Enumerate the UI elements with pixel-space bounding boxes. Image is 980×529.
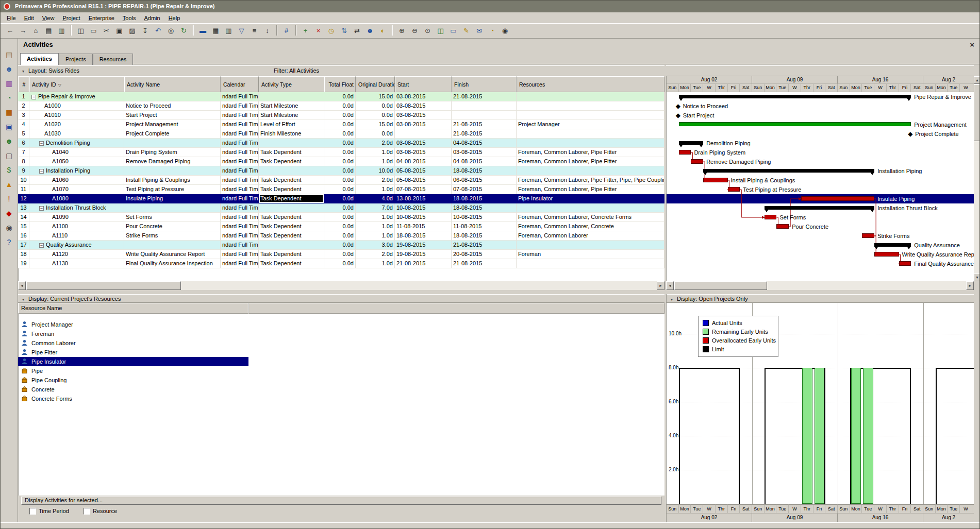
gantt-milestone-icon[interactable]: ◆: [676, 112, 680, 118]
timescale-day[interactable]: Fri: [899, 84, 911, 92]
table-row[interactable]: 3A1010Start Projectndard Full TimeStart …: [18, 111, 665, 120]
timescale-day[interactable]: W: [874, 84, 887, 92]
table-row[interactable]: 9−Installation Pipingndard Full Time0.0d…: [18, 166, 665, 176]
gantt-bar-task[interactable]: [691, 159, 703, 164]
timescale-day[interactable]: Sat: [911, 84, 923, 92]
resource-row[interactable]: Common Laborer: [18, 338, 665, 348]
forward-button[interactable]: →: [16, 25, 29, 37]
timescale-day[interactable]: Tue: [948, 84, 960, 92]
gantt-chart[interactable]: Aug 02Aug 09Aug 16Aug 2SunMonTueWThrFriS…: [666, 76, 974, 281]
timescale-week[interactable]: Aug 2: [923, 76, 974, 84]
menu-item-help[interactable]: Help: [164, 12, 185, 24]
timescale-day[interactable]: Tue: [862, 84, 874, 92]
gantt-bar-summary[interactable]: [765, 206, 874, 210]
collapse-icon[interactable]: −: [39, 206, 44, 211]
timescale-day[interactable]: Mon: [679, 84, 691, 92]
table-row[interactable]: 7A1040Drain Piping Systemndard Full Time…: [18, 148, 665, 157]
timescale-day[interactable]: Tue: [691, 84, 703, 92]
directory-button[interactable]: ▤: [42, 25, 55, 37]
scroll-thumb[interactable]: [674, 281, 767, 290]
menu-item-view[interactable]: View: [38, 12, 59, 24]
level-resources-button[interactable]: ⇅: [338, 25, 351, 37]
schedule-button[interactable]: ◷: [325, 25, 338, 37]
column-header-id[interactable]: Activity ID▽: [29, 76, 124, 92]
directory-wbs-button[interactable]: ▦: [3, 107, 15, 119]
menu-item-admin[interactable]: Admin: [140, 12, 164, 24]
tab-resources[interactable]: Resources: [93, 54, 134, 65]
timescale-day[interactable]: Sat: [825, 84, 838, 92]
resources-panel-header[interactable]: ▾ Display: Current Project's Resources: [18, 294, 665, 303]
directory-wps-docs-button[interactable]: ▢: [3, 150, 15, 162]
home-button[interactable]: ⌂: [29, 25, 42, 37]
directory-reports-button[interactable]: ▥: [3, 78, 15, 90]
timescale-day[interactable]: W: [960, 84, 972, 92]
resource-checkbox[interactable]: Resource: [84, 507, 117, 516]
tab-activities[interactable]: Activities: [20, 53, 59, 65]
link-activities-button[interactable]: ⇄: [351, 25, 363, 37]
time-period-checkbox[interactable]: Time Period: [29, 507, 69, 516]
comments-button[interactable]: ✉: [473, 25, 486, 37]
scroll-thumb[interactable]: [974, 84, 980, 141]
zoom-out-button[interactable]: ⊖: [408, 25, 421, 37]
delete-button[interactable]: ×: [312, 25, 325, 37]
zoom-in-button[interactable]: ⊕: [395, 25, 408, 37]
directory-expenses-button[interactable]: $: [3, 164, 15, 177]
menu-item-enterprise[interactable]: Enterprise: [85, 12, 119, 24]
table-row[interactable]: 4A1020Project Managementndard Full TimeL…: [18, 120, 665, 129]
table-row[interactable]: 2A1000Notice to Proceedndard Full TimeSt…: [18, 101, 665, 111]
column-header-resource-name[interactable]: Resource Name: [18, 303, 248, 314]
display-activities-bar[interactable]: Display Activities for selected...: [21, 497, 661, 505]
resource-row[interactable]: Pipe Insulator: [18, 357, 665, 366]
timescale-day[interactable]: Sun: [838, 84, 850, 92]
filter-button[interactable]: ▽: [235, 25, 248, 37]
notebook-button[interactable]: ✎: [460, 25, 473, 37]
table-row[interactable]: 18A1120Write Quality Assurance Reportnda…: [18, 250, 665, 259]
columns-button[interactable]: ▥: [222, 25, 235, 37]
directory-issues-button[interactable]: !: [3, 193, 15, 206]
timescale-day[interactable]: Sun: [752, 84, 765, 92]
find-button[interactable]: ◎: [164, 25, 177, 37]
column-header-res[interactable]: Resources: [517, 76, 665, 92]
scroll-left-button[interactable]: ◄: [666, 281, 674, 290]
undo-button[interactable]: ↶: [152, 25, 164, 37]
timescale-day[interactable]: Thr: [887, 84, 899, 92]
column-header-calendar[interactable]: Calendar: [221, 76, 259, 92]
remaining-units-bar[interactable]: [863, 368, 873, 504]
menu-item-edit[interactable]: Edit: [20, 12, 38, 24]
gantt-bar-task[interactable]: [776, 224, 789, 229]
timescale-week[interactable]: Aug 09: [752, 76, 838, 84]
fill-down-button[interactable]: ↧: [139, 25, 152, 37]
gantt-bar-task[interactable]: [765, 215, 777, 219]
print-button[interactable]: ▥: [55, 25, 68, 37]
close-icon[interactable]: ×: [970, 40, 974, 49]
table-row[interactable]: 14A1090Set Formsndard Full TimeTask Depe…: [18, 213, 665, 222]
layout-options-bar[interactable]: ▾ Layout: Swiss Rides Filter: All Activi…: [18, 65, 974, 76]
remaining-units-bar[interactable]: [815, 368, 825, 504]
cut-button[interactable]: ✂: [100, 25, 113, 37]
table-row[interactable]: 1−Pipe Repair & Improvendard Full Time0.…: [18, 92, 665, 101]
menu-item-file[interactable]: File: [3, 12, 20, 24]
table-row[interactable]: 5A1030Project Completendard Full TimeFin…: [18, 129, 665, 139]
gantt-bar-task[interactable]: [899, 261, 911, 266]
scroll-right-button[interactable]: ►: [966, 281, 974, 290]
progress-spotlight-button[interactable]: ◐: [376, 25, 389, 37]
directory-activities-button[interactable]: ▣: [3, 121, 15, 133]
timescale-day[interactable]: Sun: [667, 84, 679, 92]
scroll-right-button[interactable]: ►: [657, 281, 665, 290]
resource-row[interactable]: Concrete: [18, 385, 665, 394]
table-row[interactable]: 6−Demolition Pipingndard Full Time0.0d2.…: [18, 139, 665, 148]
scroll-left-button[interactable]: ◄: [18, 281, 26, 290]
resource-row[interactable]: Concrete Forms: [18, 394, 665, 403]
horizontal-splitter[interactable]: [1, 290, 980, 294]
gantt-bar-summary[interactable]: [679, 95, 911, 98]
gantt-bar-loe[interactable]: [679, 122, 911, 126]
column-header-dur[interactable]: Original Duration: [356, 76, 395, 92]
tab-projects[interactable]: Projects: [59, 54, 93, 65]
split-button[interactable]: ◫: [434, 25, 447, 37]
column-header-finish[interactable]: Finish: [452, 76, 517, 92]
timescale-week[interactable]: Aug 16: [838, 76, 923, 84]
gantt-bar-task[interactable]: [862, 233, 874, 238]
paste-button[interactable]: ▨: [126, 25, 139, 37]
gantt-bar-summary[interactable]: [874, 243, 911, 247]
back-button[interactable]: ←: [4, 25, 16, 37]
